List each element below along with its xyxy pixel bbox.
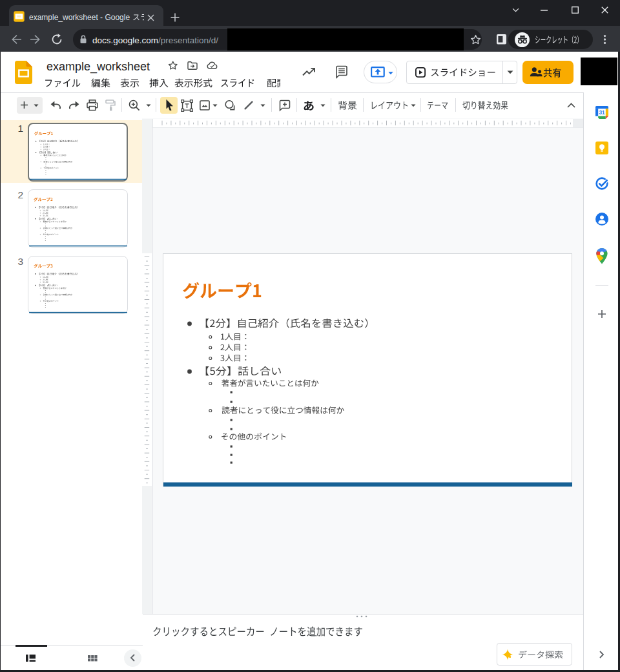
svg-text:31: 31	[599, 110, 605, 116]
